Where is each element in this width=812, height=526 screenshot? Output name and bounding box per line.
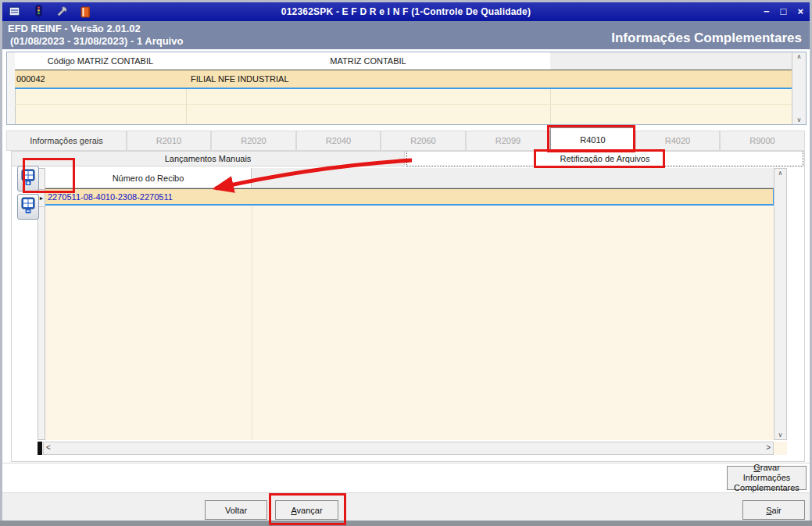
voltar-button[interactable]: Voltar bbox=[205, 500, 267, 520]
matrix-table: Código MATRIZ CONTABIL MATRIZ CONTABIL 0… bbox=[6, 52, 807, 125]
window-controls: − □ × bbox=[764, 2, 803, 21]
tab-r2040[interactable]: R2040 bbox=[296, 131, 381, 151]
tab-r4010[interactable]: R4010 bbox=[550, 127, 635, 151]
traffic-light-icon[interactable] bbox=[30, 4, 46, 20]
grid-vertical-scrollbar[interactable]: ∧ ∨ bbox=[774, 168, 787, 440]
grid-corner-grip bbox=[38, 442, 42, 455]
matrix-column-header-nome: MATRIZ CONTABIL bbox=[186, 52, 551, 70]
sair-button[interactable]: Sair bbox=[742, 500, 805, 520]
scroll-up-icon[interactable]: ∧ bbox=[774, 170, 786, 177]
titlebar: 012362SPK - E F D R e I N F (1-Controle … bbox=[2, 2, 810, 21]
header-band: EFD REINF - Versão 2.01.02 (01/08/2023 -… bbox=[2, 21, 810, 49]
grid-column-header-recibo: Número do Recibo bbox=[45, 168, 252, 188]
tab-informacoes-gerais[interactable]: Informações gerais bbox=[6, 131, 127, 151]
insert-row-button[interactable] bbox=[17, 166, 39, 191]
grid-indicator-header bbox=[38, 169, 45, 190]
book-icon[interactable] bbox=[77, 4, 93, 20]
window-title: 012362SPK - E F D R e I N F (1-Controle … bbox=[2, 2, 810, 21]
tab-r4020[interactable]: R4020 bbox=[635, 131, 720, 151]
matrix-vertical-scrollbar[interactable]: ∧ ∨ bbox=[792, 52, 806, 124]
matrix-header-filler bbox=[550, 52, 792, 70]
gravar-button-line1: Gravar Informações bbox=[732, 463, 801, 483]
grid-gridline bbox=[252, 188, 252, 440]
tab-r2060[interactable]: R2060 bbox=[381, 131, 466, 151]
scroll-down-icon[interactable]: ∨ bbox=[792, 116, 806, 123]
matrix-cell-nome: FILIAL NFE INDUSTRIAL bbox=[188, 70, 555, 88]
maximize-icon[interactable]: □ bbox=[781, 2, 787, 21]
scroll-right-icon[interactable]: > bbox=[766, 443, 771, 452]
table-row[interactable]: 000042 FILIAL NFE INDUSTRIAL bbox=[15, 70, 792, 89]
matrix-gridline bbox=[15, 104, 792, 105]
table-plus-icon bbox=[21, 169, 35, 189]
window-frame-bottom bbox=[0, 521, 812, 526]
grid-body: 2270511-08-4010-2308-2270511 bbox=[45, 188, 774, 440]
grid-header-filler bbox=[252, 168, 774, 188]
matrix-cell-codigo: 000042 bbox=[15, 70, 188, 88]
wrench-icon[interactable] bbox=[54, 4, 70, 20]
page-title: Informações Complementares bbox=[611, 30, 802, 46]
tab-r9000[interactable]: R9000 bbox=[720, 131, 805, 151]
scroll-down-icon[interactable]: ∨ bbox=[774, 431, 786, 438]
minimize-icon[interactable]: − bbox=[764, 2, 770, 21]
grid-scroll-corner bbox=[774, 442, 787, 455]
avancar-button[interactable]: Avançar bbox=[275, 500, 338, 520]
tab-r2010[interactable]: R2010 bbox=[127, 131, 211, 151]
tab-r2020[interactable]: R2020 bbox=[211, 131, 296, 151]
tab-r2099[interactable]: R2099 bbox=[466, 131, 550, 151]
matrix-column-header-codigo: Código MATRIZ CONTABIL bbox=[15, 52, 187, 70]
gravar-informacoes-complementares-button[interactable]: Gravar Informações Complementares bbox=[727, 466, 807, 490]
row-pointer-icon: ► bbox=[38, 189, 45, 207]
app-version-label: EFD REINF - Versão 2.01.02 bbox=[8, 23, 141, 34]
titlebar-toolbar bbox=[7, 4, 93, 20]
bottom-bar bbox=[2, 492, 810, 521]
form-icon[interactable] bbox=[7, 4, 23, 20]
grid-horizontal-scrollbar[interactable]: < > bbox=[43, 442, 774, 455]
close-icon[interactable]: × bbox=[797, 2, 803, 21]
grid-row-recibo[interactable]: 2270511-08-4010-2308-2270511 bbox=[45, 188, 774, 206]
period-label: (01/08/2023 - 31/08/2023) - 1 Arquivo bbox=[10, 35, 183, 47]
scroll-up-icon[interactable]: ∧ bbox=[792, 53, 806, 60]
scroll-left-icon[interactable]: < bbox=[46, 443, 51, 452]
separator bbox=[2, 463, 810, 463]
delete-row-button[interactable] bbox=[17, 194, 39, 220]
table-minus-icon bbox=[21, 197, 35, 217]
